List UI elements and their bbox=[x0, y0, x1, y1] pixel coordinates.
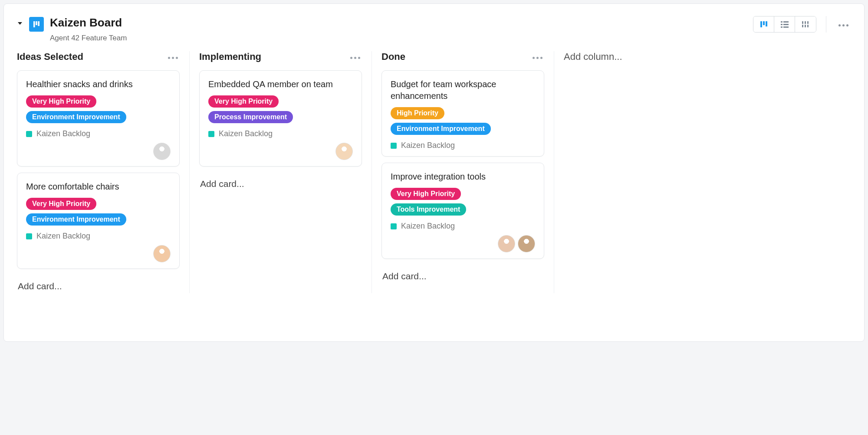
source-label: Kaizen Backlog bbox=[401, 141, 455, 150]
card-footer bbox=[391, 235, 535, 252]
svg-rect-12 bbox=[802, 21, 803, 24]
svg-rect-17 bbox=[807, 25, 809, 27]
avatar[interactable] bbox=[153, 245, 171, 262]
tag[interactable]: Very High Priority bbox=[26, 95, 96, 108]
svg-rect-11 bbox=[783, 26, 789, 28]
card-tags: High PriorityEnvironment Improvement bbox=[391, 107, 535, 135]
add-card-button[interactable]: Add card... bbox=[381, 269, 544, 283]
column: DoneBudget for team workspace enhancemen… bbox=[372, 51, 554, 293]
card-tags: Very High PriorityProcess Improvement bbox=[208, 95, 353, 123]
source-label: Kaizen Backlog bbox=[219, 129, 273, 138]
board-frame: Kaizen Board Agent 42 Feature Team bbox=[3, 3, 865, 342]
tag[interactable]: Tools Improvement bbox=[391, 203, 466, 216]
card-title: More comfortable chairs bbox=[26, 181, 171, 193]
card-footer bbox=[26, 245, 171, 262]
svg-rect-4 bbox=[763, 21, 765, 25]
source-chip-icon bbox=[391, 223, 397, 229]
card[interactable]: Budget for team workspace enhancementsHi… bbox=[381, 70, 544, 157]
svg-rect-13 bbox=[802, 25, 803, 27]
svg-rect-9 bbox=[783, 24, 789, 25]
avatar[interactable] bbox=[498, 235, 515, 252]
svg-rect-5 bbox=[766, 21, 767, 26]
column-more-icon[interactable] bbox=[166, 51, 180, 62]
column-more-icon[interactable] bbox=[349, 51, 362, 62]
avatar[interactable] bbox=[335, 143, 353, 160]
avatar[interactable] bbox=[153, 143, 171, 160]
card-tags: Very High PriorityEnvironment Improvemen… bbox=[26, 198, 171, 226]
card-title: Improve integration tools bbox=[391, 171, 535, 183]
card[interactable]: Embedded QA member on teamVery High Prio… bbox=[199, 70, 362, 167]
card[interactable]: More comfortable chairsVery High Priorit… bbox=[17, 173, 180, 269]
column-header: Implementing bbox=[199, 51, 362, 62]
card-title: Budget for team workspace enhancements bbox=[391, 78, 535, 102]
column-more-icon[interactable] bbox=[531, 51, 544, 62]
svg-rect-16 bbox=[807, 21, 809, 24]
tag[interactable]: Process Improvement bbox=[208, 111, 293, 123]
add-column-button[interactable]: Add column... bbox=[564, 51, 622, 62]
card-title: Healthier snacks and drinks bbox=[26, 78, 171, 90]
source-label: Kaizen Backlog bbox=[36, 232, 90, 241]
source-chip-icon bbox=[391, 143, 397, 149]
card-title: Embedded QA member on team bbox=[208, 78, 353, 90]
svg-rect-3 bbox=[760, 21, 762, 27]
header-more-icon[interactable] bbox=[836, 18, 851, 31]
card[interactable]: Improve integration toolsVery High Prior… bbox=[381, 163, 544, 259]
add-card-button[interactable]: Add card... bbox=[17, 279, 180, 293]
add-column-header: Add column... bbox=[564, 51, 675, 62]
card-footer bbox=[208, 143, 353, 160]
title-wrap: Kaizen Board Agent 42 Feature Team bbox=[50, 16, 127, 43]
source-chip-icon bbox=[208, 131, 214, 137]
svg-rect-10 bbox=[781, 26, 783, 28]
svg-rect-2 bbox=[38, 21, 39, 26]
page-title: Kaizen Board bbox=[50, 16, 127, 29]
card-source[interactable]: Kaizen Backlog bbox=[26, 232, 171, 241]
tag[interactable]: High Priority bbox=[391, 107, 444, 119]
source-label: Kaizen Backlog bbox=[401, 222, 455, 231]
svg-rect-0 bbox=[33, 21, 35, 27]
card[interactable]: Healthier snacks and drinksVery High Pri… bbox=[17, 70, 180, 167]
tag[interactable]: Very High Priority bbox=[391, 188, 461, 200]
svg-rect-15 bbox=[805, 25, 806, 27]
tag[interactable]: Environment Improvement bbox=[391, 123, 491, 135]
card-footer bbox=[26, 143, 171, 160]
column-header: Ideas Selected bbox=[17, 51, 180, 62]
column-title: Done bbox=[381, 51, 405, 62]
card-source[interactable]: Kaizen Backlog bbox=[26, 129, 171, 138]
board-icon bbox=[29, 17, 44, 32]
card-tags: Very High PriorityEnvironment Improvemen… bbox=[26, 95, 171, 123]
add-column: Add column... bbox=[554, 51, 684, 293]
svg-rect-6 bbox=[781, 21, 783, 23]
source-chip-icon bbox=[26, 233, 32, 239]
svg-rect-14 bbox=[805, 21, 806, 24]
svg-rect-7 bbox=[783, 21, 789, 23]
page-subtitle: Agent 42 Feature Team bbox=[50, 34, 127, 43]
column-header: Done bbox=[381, 51, 544, 62]
view-toggle bbox=[753, 16, 816, 33]
svg-rect-1 bbox=[36, 21, 37, 25]
add-card-button[interactable]: Add card... bbox=[199, 177, 362, 191]
tag[interactable]: Very High Priority bbox=[208, 95, 279, 108]
column-title: Ideas Selected bbox=[17, 51, 83, 62]
divider bbox=[826, 16, 826, 33]
column-title: Implementing bbox=[199, 51, 261, 62]
card-source[interactable]: Kaizen Backlog bbox=[391, 222, 535, 231]
source-chip-icon bbox=[26, 131, 32, 137]
svg-rect-8 bbox=[781, 24, 783, 25]
tag[interactable]: Environment Improvement bbox=[26, 213, 126, 226]
collapse-chevron-icon[interactable] bbox=[17, 20, 23, 26]
tag[interactable]: Environment Improvement bbox=[26, 111, 126, 123]
header-left: Kaizen Board Agent 42 Feature Team bbox=[17, 16, 127, 43]
avatar[interactable] bbox=[518, 235, 535, 252]
view-board-button[interactable] bbox=[753, 16, 774, 32]
header-right bbox=[753, 16, 851, 33]
source-label: Kaizen Backlog bbox=[36, 129, 90, 138]
view-list-button[interactable] bbox=[774, 16, 795, 32]
column: Ideas SelectedHealthier snacks and drink… bbox=[7, 51, 190, 293]
view-compact-button[interactable] bbox=[795, 16, 816, 32]
header: Kaizen Board Agent 42 Feature Team bbox=[4, 16, 864, 51]
board-columns: Ideas SelectedHealthier snacks and drink… bbox=[4, 51, 864, 293]
card-source[interactable]: Kaizen Backlog bbox=[208, 129, 353, 138]
tag[interactable]: Very High Priority bbox=[26, 198, 96, 210]
card-source[interactable]: Kaizen Backlog bbox=[391, 141, 535, 150]
column: ImplementingEmbedded QA member on teamVe… bbox=[190, 51, 372, 293]
